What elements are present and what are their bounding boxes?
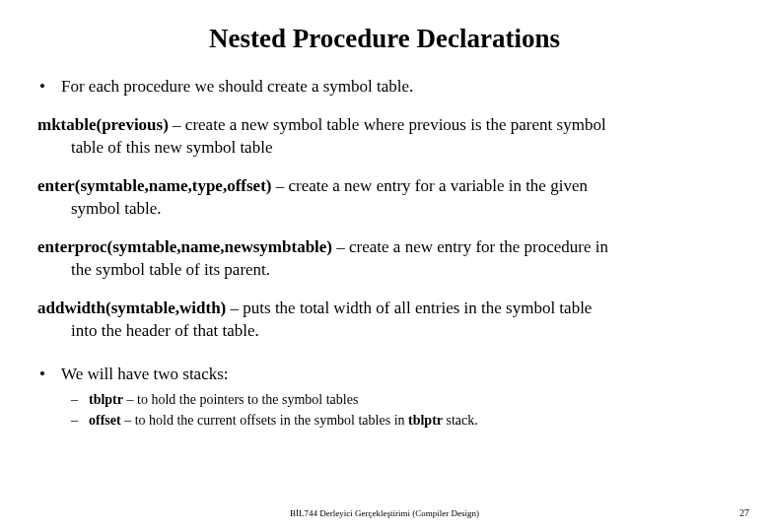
- func-mktable: mktable(previous) – create a new symbol …: [37, 114, 732, 160]
- dash-marker: –: [71, 390, 89, 410]
- bullet-item: • We will have two stacks:: [37, 364, 732, 386]
- func-signature: addwidth(symtable,width): [37, 299, 226, 317]
- func-signature: enter(symtable,name,type,offset): [37, 176, 271, 195]
- slide-title: Nested Procedure Declarations: [37, 24, 732, 54]
- sub-term: offset: [89, 413, 121, 428]
- sub-desc: – to hold the pointers to the symbol tab…: [123, 392, 358, 407]
- func-enter: enter(symtable,name,type,offset) – creat…: [37, 175, 732, 221]
- func-signature: enterproc(symtable,name,newsymbtable): [37, 237, 332, 256]
- slide-footer: BİL744 Derleyici Gerçekleştirimi (Compil…: [0, 508, 769, 518]
- sub-desc: – to hold the current offsets in the sym…: [121, 413, 408, 428]
- sub-term: tblptr: [89, 392, 123, 407]
- sub-bullet-item: – offset – to hold the current offsets i…: [71, 411, 732, 431]
- slide: Nested Procedure Declarations • For each…: [0, 0, 769, 532]
- func-desc-cont: into the header of that table.: [37, 320, 732, 343]
- func-signature: mktable(previous): [37, 115, 169, 134]
- func-desc-cont: symbol table.: [37, 198, 732, 221]
- sub-desc-tail: stack.: [443, 413, 478, 428]
- bullet-text: We will have two stacks:: [61, 364, 732, 386]
- sub-term-ref: tblptr: [408, 413, 443, 428]
- sub-bullet-list: – tblptr – to hold the pointers to the s…: [37, 390, 732, 431]
- bullet-text: For each procedure we should create a sy…: [61, 76, 732, 99]
- func-desc: – create a new entry for a variable in t…: [271, 176, 588, 195]
- bullet-marker: •: [37, 76, 61, 99]
- func-desc: – create a new symbol table where previo…: [169, 115, 606, 134]
- page-number: 27: [739, 507, 749, 518]
- func-desc: – puts the total width of all entries in…: [226, 299, 592, 317]
- sub-bullet-text: offset – to hold the current offsets in …: [89, 411, 732, 431]
- dash-marker: –: [71, 411, 89, 431]
- func-enterproc: enterproc(symtable,name,newsymbtable) – …: [37, 236, 732, 282]
- func-desc-cont: table of this new symbol table: [37, 137, 732, 160]
- func-addwidth: addwidth(symtable,width) – puts the tota…: [37, 298, 732, 343]
- bullet-marker: •: [37, 364, 61, 386]
- sub-bullet-item: – tblptr – to hold the pointers to the s…: [71, 390, 732, 410]
- bullet-item: • For each procedure we should create a …: [37, 76, 732, 99]
- func-desc-cont: the symbol table of its parent.: [37, 259, 732, 282]
- sub-bullet-text: tblptr – to hold the pointers to the sym…: [89, 390, 732, 410]
- func-desc: – create a new entry for the procedure i…: [332, 237, 608, 256]
